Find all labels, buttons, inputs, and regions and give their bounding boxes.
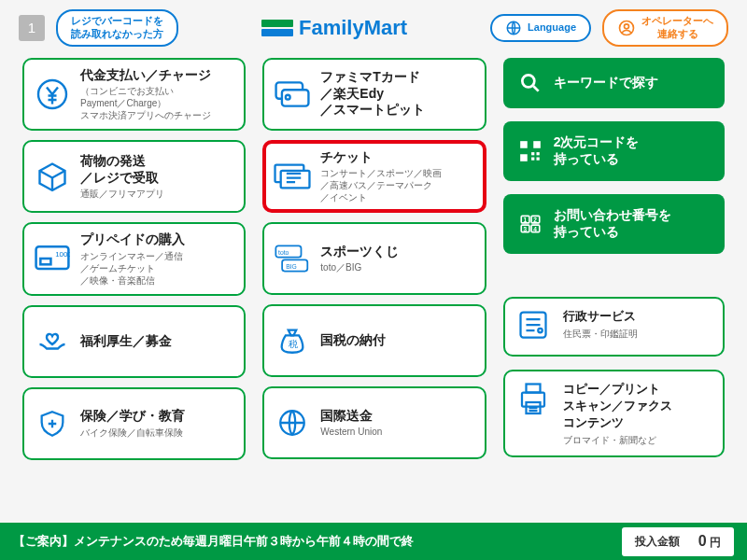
- card-subtitle: 通販／フリマアプリ: [80, 188, 234, 200]
- yen-icon: [34, 76, 71, 113]
- svg-rect-25: [536, 157, 539, 160]
- svg-point-2: [625, 24, 629, 29]
- svg-text:toto: toto: [278, 249, 289, 256]
- svg-text:1000: 1000: [55, 251, 70, 259]
- column-middle: ファミマTカード ／楽天Edy ／スマートピット チケット コンサート／スポーツ…: [262, 58, 486, 460]
- card-title: 国際送金: [320, 408, 474, 425]
- card-copy-print[interactable]: コピー／プリント スキャン／ファクス コンテンツ ブロマイド・新聞など: [503, 370, 725, 457]
- search-keyword-button[interactable]: キーワードで探す: [503, 58, 725, 108]
- card-shipping[interactable]: 荷物の発送 ／レジで受取 通販／フリマアプリ: [22, 140, 246, 213]
- svg-text:4: 4: [533, 225, 537, 231]
- card-subtitle: コンサート／スポーツ／映画 ／高速バス／テーマパーク ／イベント: [320, 167, 474, 203]
- card-subtitle: 住民票・印鑑証明: [563, 328, 712, 340]
- language-button[interactable]: Language: [490, 14, 591, 42]
- svg-rect-23: [536, 152, 539, 155]
- card-tcard-edy[interactable]: ファミマTカード ／楽天Edy ／スマートピット: [262, 58, 486, 131]
- card-title: 代金支払い／チャージ: [80, 67, 234, 84]
- tax-bag-icon: 税: [274, 322, 311, 359]
- card-government-service[interactable]: 行政サービス 住民票・印鑑証明: [503, 297, 725, 357]
- card-sports-lottery[interactable]: totoBIG スポーツくじ toto／BIG: [262, 222, 486, 295]
- ticket-icon: [274, 158, 311, 195]
- card-subtitle: Western Union: [320, 426, 474, 438]
- card-subtitle: toto／BIG: [320, 261, 474, 273]
- amount-value: 0: [698, 533, 707, 549]
- globe-icon: [505, 20, 522, 36]
- box-icon: [34, 158, 71, 195]
- amount-label: 投入金額: [635, 534, 680, 550]
- footer-bar: 【ご案内】メンテナンスのため毎週月曜日午前３時から午前４時の間で終 投入金額 0…: [0, 523, 747, 560]
- logo-bars-icon: [261, 20, 293, 36]
- svg-text:BIG: BIG: [287, 263, 298, 270]
- familymart-logo: FamilyMart: [261, 16, 407, 40]
- button-label: 2次元コードを 持っている: [554, 134, 640, 168]
- qr-icon: [518, 139, 543, 163]
- svg-text:3: 3: [523, 225, 527, 231]
- shield-plus-icon: [34, 405, 71, 442]
- card-subtitle: バイク保険／自転車保険: [80, 427, 234, 439]
- svg-rect-19: [520, 141, 528, 148]
- card-subtitle: オンラインマネー／通信 ／ゲームチケット ／映像・音楽配信: [80, 250, 234, 287]
- card-prepaid[interactable]: 1000 プリペイドの購入 オンラインマネー／通信 ／ゲームチケット ／映像・音…: [22, 222, 246, 296]
- svg-rect-24: [531, 157, 534, 160]
- card-national-tax[interactable]: 税 国税の納付: [262, 304, 486, 377]
- card-title: 国税の納付: [320, 332, 474, 349]
- footer-message: 【ご案内】メンテナンスのため毎週月曜日午前３時から午前４時の間で終: [13, 533, 622, 550]
- step-number-badge: 1: [19, 15, 45, 41]
- card-title: コピー／プリント スキャン／ファクス コンテンツ: [563, 381, 712, 431]
- column-right: キーワードで探す 2次元コードを 持っている 1234 お問い合わせ番号を 持っ…: [503, 58, 725, 460]
- printer-icon: [516, 381, 552, 446]
- svg-rect-37: [526, 384, 540, 392]
- column-left: 代金支払い／チャージ （コンビニでお支払い Payment／Charge） スマ…: [22, 58, 246, 460]
- card-title: 荷物の発送 ／レジで受取: [80, 153, 234, 186]
- card-title: 福利厚生／募金: [80, 333, 234, 350]
- card-payment-charge[interactable]: 代金支払い／チャージ （コンビニでお支払い Payment／Charge） スマ…: [22, 58, 246, 132]
- card-title: 行政サービス: [563, 308, 712, 325]
- document-id-icon: [516, 308, 552, 345]
- deposit-amount-display: 投入金額 0 円: [622, 527, 734, 556]
- button-label: キーワードで探す: [554, 75, 658, 91]
- logo-text: FamilyMart: [299, 16, 407, 40]
- amount-unit: 円: [710, 536, 721, 549]
- main-grid: 代金支払い／チャージ （コンビニでお支払い Payment／Charge） スマ…: [0, 56, 747, 460]
- header: 1 レジでバーコードを 読み取れなかった方 FamilyMart Languag…: [0, 0, 747, 56]
- search-icon: [518, 71, 543, 95]
- operator-button[interactable]: オペレーターへ 連絡する: [602, 9, 728, 47]
- card-title: スポーツくじ: [320, 244, 474, 260]
- svg-point-18: [522, 75, 534, 87]
- svg-rect-22: [531, 152, 534, 155]
- globe-transfer-icon: [274, 404, 311, 441]
- card-title: ファミマTカード ／楽天Edy ／スマートピット: [320, 69, 474, 119]
- operator-label: オペレーターへ 連絡する: [641, 15, 713, 41]
- have-inquiry-number-button[interactable]: 1234 お問い合わせ番号を 持っている: [503, 194, 725, 254]
- svg-point-35: [538, 328, 543, 332]
- card-international-remittance[interactable]: 国際送金 Western Union: [262, 386, 486, 459]
- card-title: 保険／学び・教育: [80, 408, 234, 425]
- card-welfare[interactable]: 福利厚生／募金: [22, 305, 246, 378]
- card-ticket[interactable]: チケット コンサート／スポーツ／映画 ／高速バス／テーマパーク ／イベント: [262, 140, 486, 214]
- card-subtitle: ブロマイド・新聞など: [563, 434, 712, 446]
- keypad-icon: 1234: [518, 212, 543, 236]
- card-title: チケット: [320, 149, 474, 166]
- svg-text:税: 税: [289, 339, 298, 349]
- button-label: お問い合わせ番号を 持っている: [554, 207, 671, 241]
- card-insurance[interactable]: 保険／学び・教育 バイク保険／自転車保険: [22, 387, 246, 460]
- svg-rect-21: [520, 154, 528, 161]
- svg-rect-5: [40, 259, 50, 264]
- toto-big-icon: totoBIG: [274, 240, 311, 277]
- card-subtitle: （コンビニでお支払い Payment／Charge） スマホ決済アプリへのチャー…: [80, 85, 234, 121]
- barcode-help-button[interactable]: レジでバーコードを 読み取れなかった方: [56, 9, 178, 47]
- svg-text:1: 1: [523, 216, 527, 222]
- hands-heart-icon: [34, 323, 71, 360]
- operator-icon: [617, 19, 636, 37]
- prepaid-card-icon: 1000: [34, 240, 71, 277]
- have-2d-code-button[interactable]: 2次元コードを 持っている: [503, 121, 725, 181]
- card-title: プリペイドの購入: [80, 231, 234, 248]
- language-label: Language: [528, 21, 576, 35]
- svg-rect-20: [533, 141, 541, 148]
- svg-text:2: 2: [533, 216, 537, 222]
- cards-stack-icon: [274, 76, 311, 113]
